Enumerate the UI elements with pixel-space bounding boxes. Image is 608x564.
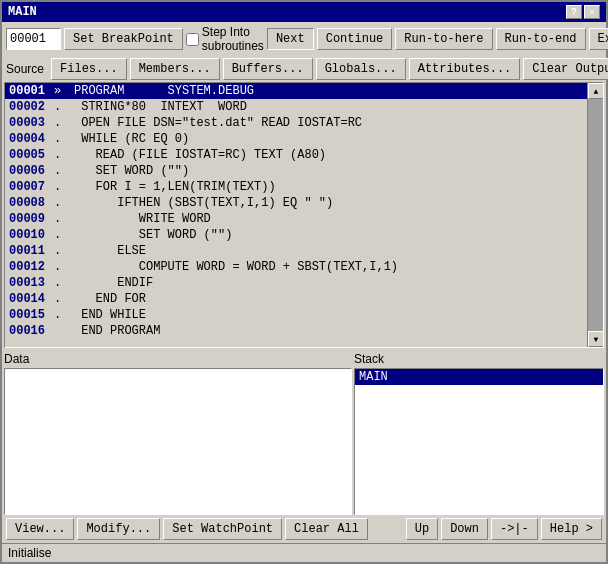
line-code: END WHILE — [74, 307, 146, 323]
next-button[interactable]: Next — [267, 28, 314, 50]
status-text: Initialise — [8, 546, 51, 560]
code-line: 00012. COMPUTE WORD = WORD + SBST(TEXT,I… — [5, 259, 587, 275]
line-marker: » — [54, 83, 74, 99]
line-marker: . — [54, 99, 74, 115]
step-checkbox-label: Step Into subroutines — [186, 25, 264, 53]
line-number: 00016 — [9, 323, 54, 339]
clear-output-button[interactable]: Clear Output — [523, 58, 608, 80]
bottom-section: Data Stack MAIN — [2, 350, 606, 515]
code-line: 00014. END FOR — [5, 291, 587, 307]
code-line: 00003. OPEN FILE DSN="test.dat" READ IOS… — [5, 115, 587, 131]
attributes-button[interactable]: Attributes... — [409, 58, 521, 80]
scroll-down-btn[interactable]: ▼ — [588, 331, 604, 347]
code-line: 00007. FOR I = 1,LEN(TRIM(TEXT)) — [5, 179, 587, 195]
source-label: Source — [6, 62, 44, 76]
code-line: 00010. SET WORD ("") — [5, 227, 587, 243]
line-number: 00013 — [9, 275, 54, 291]
line-code: IFTHEN (SBST(TEXT,I,1) EQ " ") — [74, 195, 333, 211]
step-checkbox[interactable] — [186, 33, 199, 46]
set-watchpoint-button[interactable]: Set WatchPoint — [163, 518, 282, 540]
stack-content: MAIN — [354, 368, 604, 515]
line-code: WHILE (RC EQ 0) — [74, 131, 189, 147]
window-title: MAIN — [8, 5, 37, 19]
line-number: 00012 — [9, 259, 54, 275]
up-button[interactable]: Up — [406, 518, 438, 540]
buffers-button[interactable]: Buffers... — [223, 58, 313, 80]
source-scroll[interactable]: 00001»PROGRAM SYSTEM.DEBUG00002. STRING*… — [5, 83, 587, 347]
line-number: 00010 — [9, 227, 54, 243]
code-line: 00002. STRING*80 INTEXT WORD — [5, 99, 587, 115]
view-button[interactable]: View... — [6, 518, 74, 540]
line-number: 00014 — [9, 291, 54, 307]
main-window: MAIN ? ✕ Set BreakPoint Step Into subrou… — [0, 0, 608, 564]
arrow-button[interactable]: ->|- — [491, 518, 538, 540]
line-number: 00003 — [9, 115, 54, 131]
line-marker — [54, 323, 74, 339]
code-line: 00016 END PROGRAM — [5, 323, 587, 339]
line-marker: . — [54, 211, 74, 227]
line-code: ENDIF — [74, 275, 153, 291]
stack-panel: Stack MAIN — [354, 350, 604, 515]
line-code: END FOR — [74, 291, 146, 307]
line-code: COMPUTE WORD = WORD + SBST(TEXT,I,1) — [74, 259, 398, 275]
line-code: ELSE — [74, 243, 146, 259]
data-panel: Data — [4, 350, 352, 515]
help-button[interactable]: Help > — [541, 518, 602, 540]
code-line: 00011. ELSE — [5, 243, 587, 259]
line-marker: . — [54, 227, 74, 243]
down-button[interactable]: Down — [441, 518, 488, 540]
status-bar: Initialise — [2, 543, 606, 562]
stack-item: MAIN — [355, 369, 603, 385]
globals-button[interactable]: Globals... — [316, 58, 406, 80]
set-breakpoint-button[interactable]: Set BreakPoint — [64, 28, 183, 50]
scroll-up-btn[interactable]: ▲ — [588, 83, 604, 99]
line-number: 00001 — [9, 83, 54, 99]
modify-button[interactable]: Modify... — [77, 518, 160, 540]
line-number: 00011 — [9, 243, 54, 259]
data-content — [4, 368, 352, 515]
line-code: SET WORD ("") — [74, 227, 232, 243]
run-to-here-button[interactable]: Run-to-here — [395, 28, 492, 50]
line-number: 00009 — [9, 211, 54, 227]
code-line: 00006. SET WORD ("") — [5, 163, 587, 179]
exit-button[interactable]: Exit — [589, 28, 608, 50]
line-code: SET WORD ("") — [74, 163, 189, 179]
line-code: READ (FILE IOSTAT=RC) TEXT (A80) — [74, 147, 326, 163]
line-number: 00006 — [9, 163, 54, 179]
data-label: Data — [4, 350, 352, 368]
close-title-btn[interactable]: ✕ — [584, 5, 600, 19]
line-number-input[interactable] — [6, 28, 61, 50]
line-number: 00002 — [9, 99, 54, 115]
line-marker: . — [54, 275, 74, 291]
line-marker: . — [54, 195, 74, 211]
source-scrollbar[interactable]: ▲ ▼ — [587, 83, 603, 347]
main-toolbar: Set BreakPoint Step Into subroutines Nex… — [2, 22, 606, 56]
help-title-btn[interactable]: ? — [566, 5, 582, 19]
line-number: 00005 — [9, 147, 54, 163]
line-code: OPEN FILE DSN="test.dat" READ IOSTAT=RC — [74, 115, 362, 131]
source-wrapper: 00001»PROGRAM SYSTEM.DEBUG00002. STRING*… — [4, 82, 604, 348]
line-code: FOR I = 1,LEN(TRIM(TEXT)) — [74, 179, 276, 195]
files-button[interactable]: Files... — [51, 58, 127, 80]
code-line: 00009. WRITE WORD — [5, 211, 587, 227]
line-marker: . — [54, 179, 74, 195]
code-line: 00001»PROGRAM SYSTEM.DEBUG — [5, 83, 587, 99]
clear-all-button[interactable]: Clear All — [285, 518, 368, 540]
line-marker: . — [54, 163, 74, 179]
line-number: 00004 — [9, 131, 54, 147]
code-line: 00004. WHILE (RC EQ 0) — [5, 131, 587, 147]
stack-label: Stack — [354, 350, 604, 368]
line-code: STRING*80 INTEXT WORD — [74, 99, 247, 115]
line-marker: . — [54, 307, 74, 323]
line-marker: . — [54, 291, 74, 307]
code-line: 00005. READ (FILE IOSTAT=RC) TEXT (A80) — [5, 147, 587, 163]
run-to-end-button[interactable]: Run-to-end — [496, 28, 586, 50]
bottom-toolbar: View... Modify... Set WatchPoint Clear A… — [2, 515, 606, 543]
line-code: WRITE WORD — [74, 211, 211, 227]
line-number: 00015 — [9, 307, 54, 323]
line-marker: . — [54, 131, 74, 147]
source-toolbar: Source Files... Members... Buffers... Gl… — [2, 56, 606, 82]
line-marker: . — [54, 147, 74, 163]
members-button[interactable]: Members... — [130, 58, 220, 80]
continue-button[interactable]: Continue — [317, 28, 393, 50]
